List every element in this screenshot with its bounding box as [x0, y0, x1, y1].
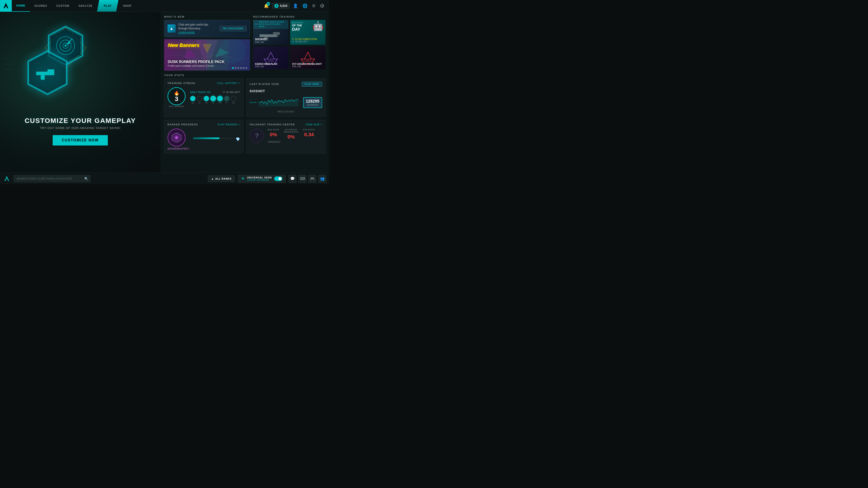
streak-circle-wrap: 🔥 3 DAY STREAK — [167, 87, 186, 107]
day-tue: TU — [204, 96, 209, 104]
ranked-title: RANKED PROGRESS — [167, 123, 198, 126]
discovery-icon: ▲ — [167, 24, 176, 33]
hero-section: GRIDSHOPSHOPAL — [0, 12, 160, 173]
discovery-banner[interactable]: ▲ Chat and gain useful tips through Disc… — [164, 20, 250, 37]
streak-header: TRAINING STREAK FULL HISTORY > — [167, 82, 240, 85]
valorant-training-card: VALORANT TRAINING CENTER VIEW HUB > ? WI… — [246, 120, 326, 153]
hero-hexagons — [13, 19, 99, 113]
win-rate-stat: WIN RATE 0% — [268, 129, 279, 140]
customize-now-button[interactable]: CUSTOMIZE NOW — [53, 135, 107, 145]
avg-up-label: AVG UP! — [250, 102, 257, 104]
notifications-button[interactable]: 🔔 30 — [262, 2, 270, 10]
whats-new-section: WHAT'S NEW ▲ Chat and gain useful tips t… — [164, 15, 250, 71]
ranked-progress-bar — [193, 137, 234, 139]
discovery-text: Chat and gain useful tips through Discov… — [178, 23, 217, 34]
profile-button[interactable]: 👤 — [291, 2, 299, 10]
search-input[interactable] — [13, 175, 90, 182]
score-number: 128295 — [306, 99, 319, 104]
currency-display[interactable]: A 5,015 — [272, 3, 290, 9]
stats-grid: TRAINING STREAK FULL HISTORY > 🔥 3 DAY S… — [164, 78, 326, 153]
power-button[interactable]: ⏻ — [319, 2, 326, 9]
vct-card[interactable]: VALORANT CHAMPIONS VCT ASCENT.CROSS.SHOT… — [290, 46, 326, 69]
settings-button[interactable]: ⚙ — [311, 2, 317, 10]
nav-analyze[interactable]: ANALYZE — [74, 0, 97, 12]
chart-subtitle: PAST 25 PLAYS — [250, 110, 322, 113]
hero-title: CUSTOMIZE YOUR GAMEPLAY — [0, 117, 160, 125]
sens-eye-icon: 👁 — [241, 177, 245, 181]
ranked-content: GRANDMASTER I 💎 — [167, 129, 240, 150]
notification-badge: 30 — [267, 2, 270, 6]
discord-button[interactable]: 💬 — [288, 175, 297, 183]
nav-shop[interactable]: SHOP — [119, 0, 136, 12]
all-ranks-button[interactable]: ▲ ALL RANKS — [208, 175, 235, 182]
headshots-label: VALORANTHEADSHOTS — [284, 129, 298, 133]
globe-button[interactable]: 🌐 — [301, 2, 309, 10]
svg-rect-13 — [36, 72, 38, 74]
controller-button[interactable]: 🎮 — [308, 175, 316, 183]
view-hub-link[interactable]: VIEW HUB > — [305, 123, 322, 126]
nav-right: 🔔 30 A 5,015 👤 🌐 ⚙ ⏻ — [262, 2, 329, 10]
valorant-stats-wrap: WIN RATE 0% VALORANTHEADSHOTS 0% K/D RAT… — [268, 129, 315, 143]
dot-1[interactable] — [232, 67, 234, 69]
app-logo[interactable] — [0, 0, 12, 12]
icebox-info: ICEBOX WIDE.FLICK AIM LAB — [255, 63, 287, 68]
streak-info: DAILY TASKS: 5/5 ⏱ 4H 8M LEFT — [190, 91, 240, 94]
svg-text:CHAMPIONS: CHAMPIONS — [305, 60, 311, 62]
dot-5[interactable] — [243, 67, 245, 69]
icebox-card[interactable]: VALORANT MASTERS ICEBOX WIDE.FLICK AIM L… — [253, 46, 288, 69]
play-ranked-link[interactable]: PLAY RANKED > — [218, 123, 240, 126]
universal-sens-panel: 👁 UNIVERSAL SENS ACTIVELY OPTIMIZING — [238, 175, 286, 183]
sens-toggle[interactable] — [274, 176, 282, 181]
streak-time: ⏱ 4H 8M LEFT — [223, 91, 240, 94]
background-watermarks: GRIDSHOPSHOPAL — [4, 57, 11, 77]
dot-3[interactable] — [237, 67, 239, 69]
play-task-button[interactable]: PLAY TASK — [302, 82, 322, 87]
playlist-content: PLAYLIST OF THE DAY ⏱ 15 ON COMPLETION ⏱… — [290, 20, 326, 45]
streak-tasks: DAILY TASKS: 5/5 — [190, 91, 211, 94]
day-dot-thu — [217, 96, 223, 101]
gun-hexagon — [27, 50, 68, 95]
nav-custom[interactable]: CUSTOM — [52, 0, 74, 12]
top-row: WHAT'S NEW ▲ Chat and gain useful tips t… — [164, 15, 326, 71]
stats-label: YOUR STATS — [164, 74, 326, 76]
playlist-card[interactable]: PLAYLIST OF THE DAY ⏱ 15 ON COMPLETION ⏱… — [290, 20, 326, 45]
streak-fire-icon: 🔥 — [174, 90, 180, 96]
users-button[interactable]: 👥 — [318, 175, 327, 183]
dot-2[interactable] — [235, 67, 237, 69]
nav-play[interactable]: PLAY — [97, 0, 119, 12]
bottom-bar: 🔍 ▲ ALL RANKS 👁 UNIVERSAL SENS ACTIVELY … — [0, 173, 329, 184]
day-fri: F — [224, 96, 229, 104]
sixshot-card[interactable]: 👁 IMPROVE YOUR SCORE WITH AN OPTIMIZED S… — [253, 20, 288, 45]
kd-label: K/D RATIO — [303, 129, 315, 131]
nav-scores[interactable]: SCORES — [30, 0, 52, 12]
streak-content: 🔥 3 DAY STREAK DAILY TASKS: 5/5 — [167, 87, 240, 107]
sixshot-info: SIXSHOT AIM LAB — [255, 38, 287, 43]
headshots-stat: VALORANTHEADSHOTS 0% — [284, 129, 298, 140]
search-icon: 🔍 — [84, 177, 88, 181]
svg-rect-12 — [41, 75, 45, 80]
ranked-bar-fill — [193, 137, 219, 139]
profile-pack-banner[interactable]: New Banners DUSK RUNNERS PROFILE PACK Pr… — [164, 39, 250, 71]
try-discovery-button[interactable]: TRY DISCOVERY — [219, 26, 247, 31]
playlist-mascot: 🤖 — [312, 21, 324, 31]
nav-home[interactable]: HOME — [12, 0, 30, 12]
keyboard-button[interactable]: ⌨ — [298, 175, 307, 183]
streak-full-history[interactable]: FULL HISTORY > — [217, 82, 240, 85]
stats-section: YOUR STATS TRAINING STREAK FULL HISTORY … — [164, 74, 326, 153]
chart-container: AVG UP! — [250, 95, 322, 110]
discovery-learn-more[interactable]: LEARN MORE — [178, 31, 217, 34]
sens-subtitle: ACTIVELY OPTIMIZING — [247, 179, 272, 181]
bottom-logo[interactable] — [3, 175, 11, 183]
vct-sub: AIM LAB — [292, 65, 324, 68]
dot-6[interactable] — [246, 67, 247, 69]
dot-4[interactable] — [240, 67, 242, 69]
svg-point-26 — [276, 35, 279, 37]
valorant-stats: WIN RATE 0% VALORANTHEADSHOTS 0% K/D RAT… — [268, 129, 315, 140]
profile-pack-info: DUSK RUNNERS PROFILE PACK Profile pack a… — [168, 60, 224, 67]
bottom-actions: 💬 ⌨ 🎮 👥 — [288, 175, 327, 183]
svg-point-37 — [176, 137, 178, 138]
playlist-reward: ⏱ 15 ON COMPLETION — [292, 38, 324, 40]
kd-value: 0.34 — [303, 132, 315, 138]
day-dot-tue — [204, 96, 209, 101]
rank-emblem — [167, 129, 186, 147]
